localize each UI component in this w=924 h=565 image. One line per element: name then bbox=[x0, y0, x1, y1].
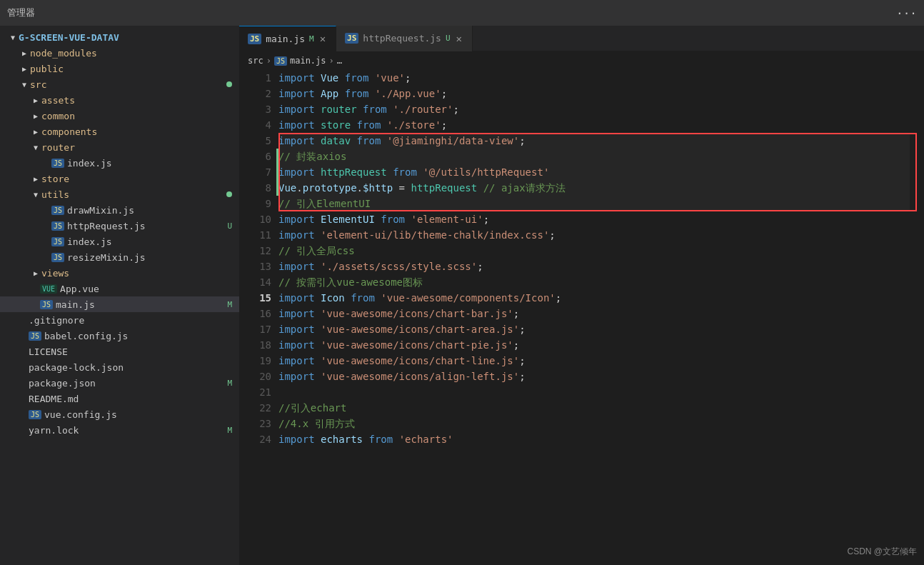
bc-sep1: › bbox=[266, 56, 271, 66]
sidebar-item-views[interactable]: ▶ views bbox=[0, 265, 239, 281]
token: echarts bbox=[321, 431, 363, 447]
token: 'vue-awesome/icons/chart-area.js' bbox=[321, 321, 519, 337]
sidebar-item-drawMixin[interactable]: JS drawMixin.js bbox=[0, 202, 239, 218]
token: // 封装axios bbox=[278, 149, 346, 164]
line-num-24: 24 bbox=[246, 431, 271, 447]
code-line-16: import 'vue-awesome/icons/chart-bar.js'; bbox=[278, 306, 910, 321]
token: from bbox=[345, 70, 369, 86]
code-lines: import Vue from 'vue';import App from '.… bbox=[278, 70, 924, 447]
httpRequest-label: httpRequest.js bbox=[67, 221, 227, 231]
public-arrow: ▶ bbox=[19, 65, 30, 73]
token bbox=[315, 86, 321, 101]
sidebar-item-index-router[interactable]: JS index.js bbox=[0, 155, 239, 171]
token: = bbox=[393, 180, 411, 196]
sidebar-item-vueconfig[interactable]: JS vue.config.js bbox=[0, 406, 239, 422]
title-text: 管理器 bbox=[7, 6, 35, 19]
js-icon-drawMixin: JS bbox=[51, 206, 64, 215]
token bbox=[315, 431, 321, 447]
line-num-5: 5 bbox=[246, 133, 271, 149]
token bbox=[351, 133, 356, 149]
token: . bbox=[296, 180, 302, 196]
babelconfig-label: babel.config.js bbox=[44, 331, 239, 341]
token bbox=[387, 164, 393, 180]
index-utils-label: index.js bbox=[67, 236, 239, 247]
line-num-15: 15 bbox=[246, 290, 271, 306]
token bbox=[315, 337, 321, 353]
sidebar-item-public[interactable]: ▶ public bbox=[0, 61, 239, 76]
token: ; bbox=[513, 337, 519, 353]
code-line-3: import router from './router'; bbox=[278, 101, 910, 117]
token: $http bbox=[363, 180, 393, 196]
sidebar-item-packagejson[interactable]: package.json M bbox=[0, 375, 239, 391]
router-arrow: ▼ bbox=[30, 144, 41, 151]
js-icon-index-utils: JS bbox=[51, 237, 64, 246]
store-arrow: ▶ bbox=[30, 175, 41, 183]
token: from bbox=[368, 431, 393, 447]
sidebar-item-store[interactable]: ▶ store bbox=[0, 171, 239, 186]
sidebar-item-httpRequest[interactable]: JS httpRequest.js U bbox=[0, 218, 239, 234]
index-router-label: index.js bbox=[67, 158, 239, 169]
token bbox=[315, 70, 321, 86]
token bbox=[357, 101, 363, 117]
token: import bbox=[278, 117, 315, 133]
code-area: 123456789101112131415161718192021222324 … bbox=[239, 70, 924, 447]
tab-httpRequest-close[interactable]: ✕ bbox=[455, 32, 463, 45]
tab-mainjs-close[interactable]: ✕ bbox=[318, 32, 327, 45]
code-line-8: Vue.prototype.$http = httpRequest // aja… bbox=[278, 180, 910, 196]
token: httpRequest bbox=[321, 164, 387, 180]
sidebar-item-babelconfig[interactable]: JS babel.config.js bbox=[0, 328, 239, 344]
editor-content[interactable]: 123456789101112131415161718192021222324 … bbox=[239, 70, 924, 565]
token: import bbox=[278, 259, 315, 274]
sidebar-item-common[interactable]: ▶ common bbox=[0, 108, 239, 124]
line-num-22: 22 bbox=[246, 400, 271, 416]
token: import bbox=[278, 101, 315, 117]
sidebar-item-utils[interactable]: ▼ utils bbox=[0, 186, 239, 202]
token: ; bbox=[477, 259, 483, 274]
sidebar-item-index-utils[interactable]: JS index.js bbox=[0, 234, 239, 249]
tab-mainjs[interactable]: JS main.js M ✕ bbox=[239, 26, 336, 51]
token: ; bbox=[483, 211, 489, 227]
js-icon-index-router: JS bbox=[51, 159, 64, 168]
code-line-6: // 封装axios bbox=[278, 149, 910, 164]
token: ; bbox=[405, 70, 411, 86]
sidebar-item-node_modules[interactable]: ▶ node_modules bbox=[0, 45, 239, 61]
src-label: src bbox=[30, 79, 226, 90]
router-label: router bbox=[41, 142, 239, 153]
sidebar-item-resizeMixin[interactable]: JS resizeMixin.js bbox=[0, 249, 239, 265]
sidebar-item-yarnlock[interactable]: yarn.lock M bbox=[0, 422, 239, 438]
token: import bbox=[278, 290, 315, 306]
sidebar-item-mainjs[interactable]: JS main.js M bbox=[0, 296, 239, 312]
views-label: views bbox=[41, 268, 239, 279]
code-line-2: import App from './App.vue'; bbox=[278, 86, 910, 101]
code-line-15: import Icon from 'vue-awesome/components… bbox=[278, 290, 910, 306]
token bbox=[315, 369, 321, 384]
token bbox=[315, 353, 321, 369]
line-num-11: 11 bbox=[246, 227, 271, 243]
line-num-3: 3 bbox=[246, 101, 271, 117]
token bbox=[375, 211, 381, 227]
token: import bbox=[278, 86, 315, 101]
token bbox=[345, 290, 351, 306]
code-line-14: // 按需引入vue-awesome图标 bbox=[278, 274, 910, 290]
token bbox=[368, 86, 374, 101]
sidebar-project-name[interactable]: ▼ G-SCREEN-VUE-DATAV bbox=[0, 29, 239, 45]
sidebar-item-readme[interactable]: README.md bbox=[0, 391, 239, 406]
sidebar-item-gitignore[interactable]: .gitignore bbox=[0, 312, 239, 328]
token: import bbox=[278, 164, 315, 180]
sidebar-item-router[interactable]: ▼ router bbox=[0, 139, 239, 155]
sidebar-item-packagelock[interactable]: package-lock.json bbox=[0, 359, 239, 375]
token: 'echarts' bbox=[399, 431, 453, 447]
token: Vue bbox=[321, 70, 338, 86]
title-dots[interactable]: ··· bbox=[896, 6, 917, 20]
js-icon-babel: JS bbox=[29, 331, 41, 341]
sidebar-item-components[interactable]: ▶ components bbox=[0, 124, 239, 139]
main-layout: ▼ G-SCREEN-VUE-DATAV ▶ node_modules ▶ pu… bbox=[0, 26, 924, 565]
sidebar-item-src[interactable]: ▼ src bbox=[0, 76, 239, 92]
line-border-8 bbox=[276, 180, 278, 196]
token: ; bbox=[453, 101, 458, 117]
tab-httpRequest[interactable]: JS httpRequest.js U ✕ bbox=[336, 26, 473, 51]
code-line-9: // 引入ElementUI bbox=[278, 196, 910, 211]
sidebar-item-assets[interactable]: ▶ assets bbox=[0, 92, 239, 108]
sidebar-item-license[interactable]: LICENSE bbox=[0, 344, 239, 359]
sidebar-item-appvue[interactable]: VUE App.vue bbox=[0, 281, 239, 296]
